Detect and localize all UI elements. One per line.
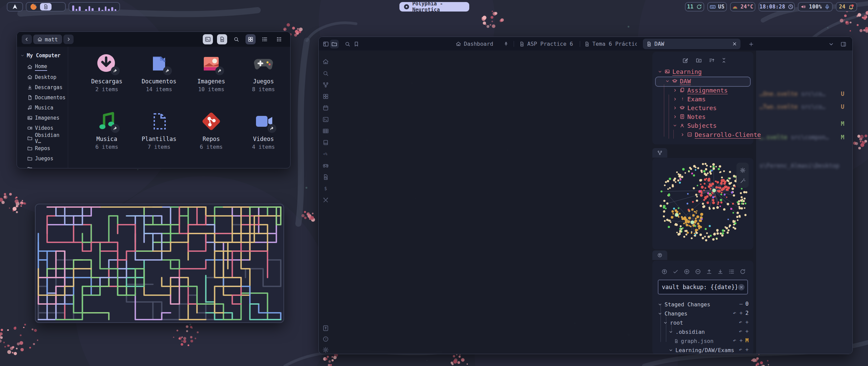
sidebar-item-juegos[interactable]: Juegos bbox=[27, 155, 53, 163]
tray-volume[interactable]: 100% bbox=[798, 2, 833, 12]
tree-node-learning[interactable]: Learning bbox=[658, 67, 702, 76]
git-minusC-button[interactable] bbox=[695, 268, 701, 275]
git-action-glyphs[interactable]: ↶ + bbox=[739, 319, 749, 325]
git-action-glyphs[interactable]: ↶ + bbox=[733, 310, 743, 316]
tray-keyboard-layout[interactable]: US bbox=[707, 2, 727, 12]
tray-notifications[interactable]: 24 bbox=[836, 2, 857, 12]
workspaces-widget[interactable] bbox=[26, 2, 66, 12]
ribbon-gamepad-button[interactable] bbox=[322, 162, 329, 169]
ribbon-tools-button[interactable] bbox=[322, 196, 329, 204]
sidebar-root[interactable]: My Computer bbox=[20, 52, 60, 60]
git-row-staged-changes[interactable]: Staged Changes bbox=[658, 301, 710, 308]
sidebar-item-obsidianv[interactable]: Obsidian V… bbox=[27, 134, 68, 142]
folder-toggle-button[interactable] bbox=[330, 40, 339, 48]
x-icon[interactable] bbox=[732, 41, 737, 46]
git-refresh-button[interactable] bbox=[739, 268, 746, 275]
music-widget[interactable]: Polyphia - Neurotica bbox=[399, 2, 469, 12]
tree-node-assignments[interactable]: Assignments bbox=[673, 86, 728, 94]
commit-message-input[interactable] bbox=[658, 280, 748, 294]
git-download2-button[interactable] bbox=[717, 268, 724, 275]
ribbon-grid-button[interactable] bbox=[322, 93, 329, 100]
git-row-learning-daw-exams[interactable]: Learning/DAW/Exams bbox=[669, 346, 734, 354]
git-row-actions[interactable]: ↶ +2 bbox=[733, 310, 749, 316]
tab-asp-practice-6[interactable]: ASP Practice 6 bbox=[516, 39, 578, 49]
tab-tema-6-pr-cticas-[interactable]: Tema 6 Prácticas -… bbox=[581, 39, 640, 49]
git-row-actions[interactable]: ↶ + bbox=[739, 346, 749, 353]
ribbon-terminal-button[interactable] bbox=[322, 116, 329, 123]
file-plus-button[interactable] bbox=[217, 34, 227, 44]
graph-wand-button[interactable] bbox=[740, 177, 746, 184]
git-check-button[interactable] bbox=[672, 268, 679, 275]
tray-updates[interactable]: 11 bbox=[685, 2, 704, 12]
right-sidebar-toggle[interactable] bbox=[839, 40, 848, 48]
dense-button[interactable] bbox=[274, 34, 284, 44]
folder-videos[interactable]: Videos4 items bbox=[241, 110, 285, 150]
grid-button[interactable] bbox=[245, 34, 256, 44]
back-button[interactable] bbox=[22, 35, 32, 44]
tray-weather[interactable]: 24°C bbox=[730, 2, 755, 12]
git-action-glyphs[interactable]: ↶ + bbox=[739, 346, 749, 353]
tree-node-desarrollo-cliente[interactable]: JSDesarrollo-Cliente bbox=[680, 130, 761, 139]
explorer-sortUp-button[interactable] bbox=[709, 57, 715, 63]
ribbon-dollar-button[interactable]: $ bbox=[322, 185, 329, 192]
ribbon-table-button[interactable] bbox=[322, 127, 329, 135]
ribbon-gear-button[interactable] bbox=[322, 346, 329, 353]
git-row-actions[interactable]: ↶ +M bbox=[733, 337, 749, 344]
folder-documentos[interactable]: Documentos14 items bbox=[137, 53, 181, 93]
git-action-glyphs[interactable]: ↶ + bbox=[733, 337, 743, 344]
sidebar-item-desktop[interactable]: Desktop bbox=[27, 73, 56, 81]
tree-node-subjects[interactable]: Subjects bbox=[673, 121, 717, 129]
ribbon-gitfork-button[interactable] bbox=[322, 81, 329, 88]
ribbon-calendar-button[interactable] bbox=[322, 104, 329, 111]
launcher-button[interactable] bbox=[7, 2, 23, 12]
git-action-glyphs[interactable]: ↶ + bbox=[739, 328, 749, 334]
tree-node-daw[interactable]: DAW bbox=[665, 77, 691, 85]
search-button[interactable] bbox=[231, 34, 241, 44]
forward-button[interactable] bbox=[63, 35, 74, 44]
clear-message-button[interactable] bbox=[738, 284, 745, 290]
git-row-graph.json[interactable]: graph.json bbox=[674, 337, 713, 345]
folder-juegos[interactable]: Juegos8 items bbox=[241, 53, 285, 93]
git-panel-tab[interactable] bbox=[652, 250, 667, 260]
tree-node-lectures[interactable]: Lectures bbox=[673, 104, 717, 112]
terminal-button[interactable] bbox=[203, 34, 213, 44]
folder-repos[interactable]: Repos6 items bbox=[189, 110, 233, 150]
ribbon-search-button[interactable] bbox=[322, 69, 329, 77]
ribbon-home-button[interactable] bbox=[322, 58, 329, 65]
git-upload-button[interactable] bbox=[706, 268, 712, 275]
listv-button[interactable] bbox=[260, 34, 270, 44]
git-row-.obsidian[interactable]: .obsidian bbox=[669, 328, 705, 336]
tab-dashboard[interactable]: Dashboard bbox=[452, 39, 512, 49]
folder-musica[interactable]: Musica6 items bbox=[85, 110, 129, 150]
tab-daw[interactable]: DAW bbox=[643, 39, 741, 49]
git-row-changes[interactable]: Changes bbox=[658, 310, 687, 317]
breadcrumb[interactable]: matt bbox=[33, 35, 62, 44]
ribbon-codePct-button[interactable]: <% bbox=[322, 150, 329, 158]
sidebar-item-descargas[interactable]: Descargas bbox=[27, 83, 62, 92]
firefox-workspace-icon[interactable] bbox=[29, 3, 38, 11]
search-toggle-button[interactable] bbox=[343, 40, 352, 48]
ribbon-vault-button[interactable] bbox=[322, 324, 329, 332]
git-action-glyphs[interactable]: — bbox=[739, 301, 743, 307]
git-commitUp-button[interactable] bbox=[661, 268, 668, 275]
folder-descargas[interactable]: Descargas2 items bbox=[85, 53, 129, 93]
new-tab-button[interactable] bbox=[747, 40, 755, 48]
sidebar-item-imagenes[interactable]: Imagenes bbox=[27, 114, 59, 122]
graph-view-panel[interactable] bbox=[652, 158, 753, 249]
git-row-actions[interactable]: —0 bbox=[739, 301, 749, 307]
git-listDetail-button[interactable] bbox=[728, 268, 735, 275]
bookmark-toggle-button[interactable] bbox=[352, 40, 361, 48]
sidebar-item-home[interactable]: Home bbox=[27, 63, 47, 71]
graph-panel-tab[interactable] bbox=[652, 148, 667, 158]
graph-gear-button[interactable] bbox=[740, 167, 746, 173]
git-row-actions[interactable]: ↶ + bbox=[739, 319, 749, 325]
folder-imagenes[interactable]: Imagenes10 items bbox=[189, 53, 233, 93]
tray-clock[interactable]: 18:08:28 bbox=[758, 2, 795, 12]
tab-list-button[interactable] bbox=[827, 40, 835, 48]
git-plusC-button[interactable] bbox=[684, 268, 690, 275]
panes-toggle-button[interactable] bbox=[321, 40, 330, 48]
ribbon-fileSearch-button[interactable] bbox=[322, 173, 329, 181]
sidebar-item-documentos[interactable]: Documentos bbox=[27, 94, 65, 102]
sidebar-item-repos[interactable]: Repos bbox=[27, 144, 50, 152]
sidebar-item-videos[interactable]: Videos bbox=[27, 124, 53, 132]
